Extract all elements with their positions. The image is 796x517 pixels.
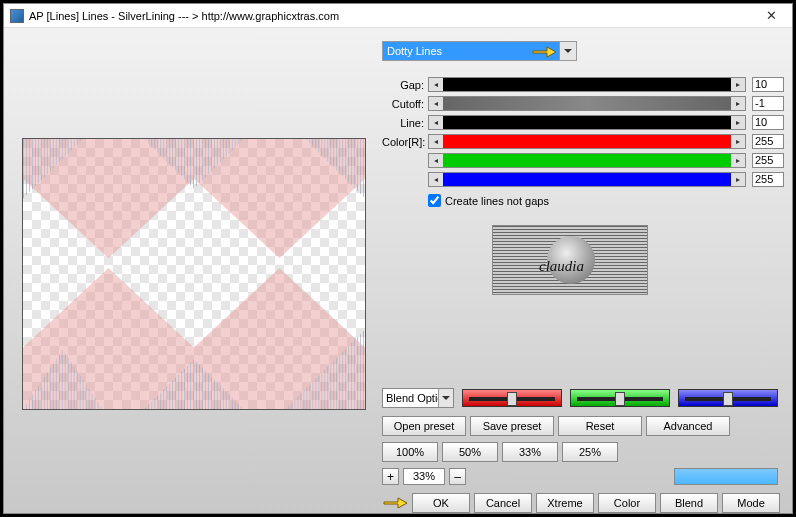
- colorb-value[interactable]: 255: [752, 172, 784, 187]
- stepper-plus-button[interactable]: +: [382, 468, 399, 485]
- pct50-button[interactable]: 50%: [442, 442, 498, 462]
- cutoff-label: Cutoff:: [382, 98, 424, 110]
- mode-button[interactable]: Mode: [722, 493, 780, 513]
- chevron-down-icon[interactable]: [559, 42, 576, 60]
- pct33-button[interactable]: 33%: [502, 442, 558, 462]
- line-label: Line:: [382, 117, 424, 129]
- gap-label: Gap:: [382, 79, 424, 91]
- colorg-slider[interactable]: ◂ ▸: [428, 153, 746, 168]
- create-lines-label: Create lines not gaps: [445, 195, 549, 207]
- pointing-hand-icon: [531, 43, 557, 61]
- color-button[interactable]: Color: [598, 493, 656, 513]
- arrow-right-icon[interactable]: ▸: [731, 97, 745, 110]
- create-lines-checkbox[interactable]: [428, 194, 441, 207]
- blue-slider[interactable]: [678, 389, 778, 407]
- cancel-button[interactable]: Cancel: [474, 493, 532, 513]
- gap-slider[interactable]: ◂ ▸: [428, 77, 746, 92]
- pointing-hand-icon: [382, 494, 408, 512]
- save-preset-button[interactable]: Save preset: [470, 416, 554, 436]
- gap-value[interactable]: 10: [752, 77, 784, 92]
- close-button[interactable]: ✕: [756, 8, 786, 23]
- blend-option-dropdown[interactable]: Blend Optic: [382, 388, 454, 408]
- ok-button[interactable]: OK: [412, 493, 470, 513]
- chevron-down-icon[interactable]: [438, 389, 453, 407]
- window-title: AP [Lines] Lines - SilverLining --- > ht…: [29, 10, 756, 22]
- colorr-slider[interactable]: ◂ ▸: [428, 134, 746, 149]
- arrow-right-icon[interactable]: ▸: [731, 135, 745, 148]
- arrow-left-icon[interactable]: ◂: [429, 173, 443, 186]
- reset-button[interactable]: Reset: [558, 416, 642, 436]
- green-slider[interactable]: [570, 389, 670, 407]
- arrow-right-icon[interactable]: ▸: [731, 173, 745, 186]
- line-value[interactable]: 10: [752, 115, 784, 130]
- arrow-left-icon[interactable]: ◂: [429, 97, 443, 110]
- color-swatch[interactable]: [674, 468, 778, 485]
- pct25-button[interactable]: 25%: [562, 442, 618, 462]
- preset-dropdown-label: Dotty Lines: [387, 45, 442, 57]
- arrow-left-icon[interactable]: ◂: [429, 154, 443, 167]
- titlebar: AP [Lines] Lines - SilverLining --- > ht…: [4, 4, 792, 28]
- arrow-right-icon[interactable]: ▸: [731, 78, 745, 91]
- colorr-label: Color[R]:: [382, 136, 424, 148]
- cutoff-slider[interactable]: ◂ ▸: [428, 96, 746, 111]
- open-preset-button[interactable]: Open preset: [382, 416, 466, 436]
- blend-button[interactable]: Blend: [660, 493, 718, 513]
- advanced-button[interactable]: Advanced: [646, 416, 730, 436]
- cutoff-value[interactable]: -1: [752, 96, 784, 111]
- colorb-slider[interactable]: ◂ ▸: [428, 172, 746, 187]
- preview-panel: [22, 138, 366, 410]
- pct100-button[interactable]: 100%: [382, 442, 438, 462]
- colorg-value[interactable]: 255: [752, 153, 784, 168]
- app-icon: [10, 9, 24, 23]
- arrow-right-icon[interactable]: ▸: [731, 116, 745, 129]
- logo: claudia: [492, 225, 648, 295]
- red-slider[interactable]: [462, 389, 562, 407]
- arrow-left-icon[interactable]: ◂: [429, 116, 443, 129]
- arrow-right-icon[interactable]: ▸: [731, 154, 745, 167]
- xtreme-button[interactable]: Xtreme: [536, 493, 594, 513]
- stepper-value[interactable]: 33%: [403, 468, 445, 485]
- stepper-minus-button[interactable]: –: [449, 468, 466, 485]
- colorr-value[interactable]: 255: [752, 134, 784, 149]
- arrow-left-icon[interactable]: ◂: [429, 135, 443, 148]
- line-slider[interactable]: ◂ ▸: [428, 115, 746, 130]
- blend-option-label: Blend Optic: [386, 392, 443, 404]
- arrow-left-icon[interactable]: ◂: [429, 78, 443, 91]
